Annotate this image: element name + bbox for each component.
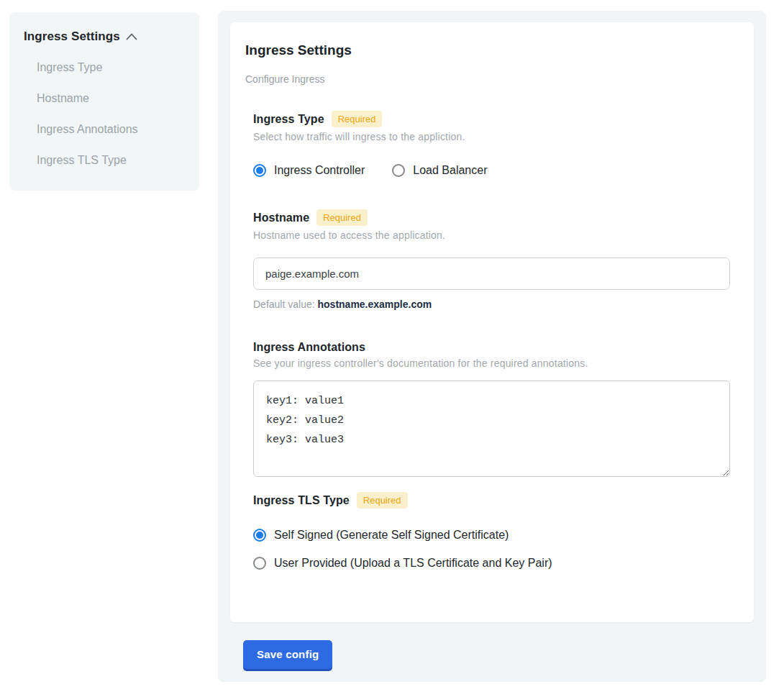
required-badge: Required	[332, 111, 383, 127]
hostname-input[interactable]	[253, 258, 730, 290]
section-ingress-annotations: Ingress Annotations See your ingress con…	[253, 341, 730, 477]
section-ingress-tls-type: Ingress TLS Type Required Self Signed (G…	[253, 492, 730, 570]
section-heading-annotations: Ingress Annotations	[253, 341, 365, 354]
radio-label: Self Signed (Generate Self Signed Certif…	[274, 529, 509, 542]
sidebar-item-hostname[interactable]: Hostname	[37, 92, 185, 105]
settings-sidebar: Ingress Settings Ingress Type Hostname I…	[9, 12, 199, 191]
radio-button-icon[interactable]	[253, 529, 266, 542]
tls-type-radio-group: Self Signed (Generate Self Signed Certif…	[253, 529, 730, 570]
sidebar-section-toggle[interactable]: Ingress Settings	[24, 29, 185, 44]
ingress-settings-card: Ingress Settings Configure Ingress Ingre…	[230, 22, 754, 622]
page-subtitle: Configure Ingress	[245, 73, 730, 85]
save-config-button[interactable]: Save config	[243, 640, 332, 669]
sidebar-item-ingress-type[interactable]: Ingress Type	[37, 61, 185, 74]
ingress-annotations-textarea[interactable]: key1: value1 key2: value2 key3: value3	[253, 381, 730, 477]
help-text-hostname: Hostname used to access the application.	[253, 229, 730, 241]
radio-option-self-signed[interactable]: Self Signed (Generate Self Signed Certif…	[253, 529, 730, 542]
section-heading-row: Hostname Required	[253, 209, 730, 226]
section-heading-row: Ingress Type Required	[253, 111, 730, 127]
required-badge: Required	[357, 492, 408, 509]
radio-label: Load Balancer	[413, 164, 487, 177]
settings-panel: Ingress Settings Configure Ingress Ingre…	[218, 11, 766, 682]
sidebar-item-ingress-tls-type[interactable]: Ingress TLS Type	[37, 154, 185, 167]
sidebar-section-title: Ingress Settings	[24, 29, 120, 44]
required-badge: Required	[316, 209, 368, 226]
radio-option-user-provided[interactable]: User Provided (Upload a TLS Certificate …	[253, 557, 730, 570]
sidebar-item-list: Ingress Type Hostname Ingress Annotation…	[37, 61, 185, 167]
section-heading-ingress-type: Ingress Type	[253, 113, 324, 126]
sidebar-item-ingress-annotations[interactable]: Ingress Annotations	[37, 123, 185, 136]
hostname-default-line: Default value: hostname.example.com	[253, 299, 730, 310]
radio-button-icon[interactable]	[253, 164, 266, 177]
help-text-ingress-type: Select how traffic will ingress to the a…	[253, 131, 730, 142]
form-sections: Ingress Type Required Select how traffic…	[253, 111, 730, 570]
ingress-type-radio-group: Ingress Controller Load Balancer	[253, 164, 730, 177]
help-text-annotations: See your ingress controller's documentat…	[253, 357, 730, 369]
section-heading-row: Ingress Annotations	[253, 341, 730, 354]
section-hostname: Hostname Required Hostname used to acces…	[253, 209, 730, 310]
radio-label: User Provided (Upload a TLS Certificate …	[274, 557, 552, 570]
default-value-text: hostname.example.com	[318, 299, 432, 310]
default-value-prefix: Default value:	[253, 299, 315, 310]
section-ingress-type: Ingress Type Required Select how traffic…	[253, 111, 730, 177]
radio-button-icon[interactable]	[253, 557, 266, 570]
radio-label: Ingress Controller	[274, 164, 365, 177]
radio-option-load-balancer[interactable]: Load Balancer	[392, 164, 487, 177]
page-title: Ingress Settings	[245, 42, 730, 58]
section-heading-tls: Ingress TLS Type	[253, 494, 350, 507]
section-heading-row: Ingress TLS Type Required	[253, 492, 730, 509]
section-heading-hostname: Hostname	[253, 211, 309, 224]
radio-option-ingress-controller[interactable]: Ingress Controller	[253, 164, 365, 177]
chevron-up-icon	[126, 33, 137, 40]
radio-button-icon[interactable]	[392, 164, 405, 177]
